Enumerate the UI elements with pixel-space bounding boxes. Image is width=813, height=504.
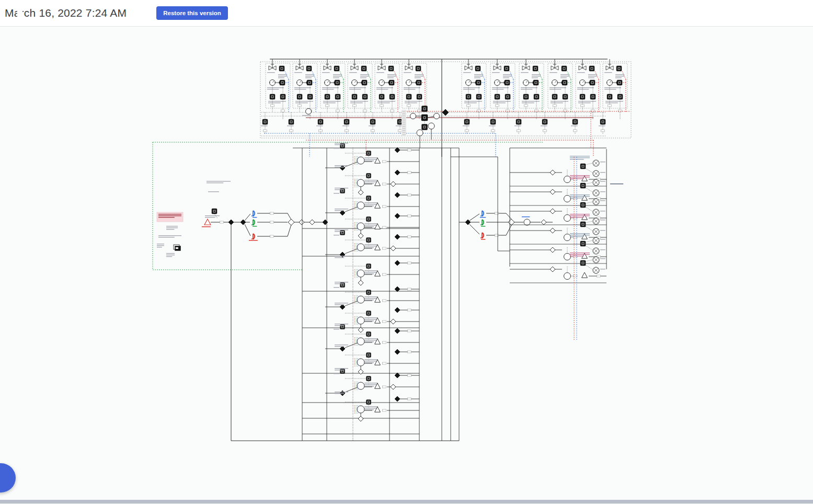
horizontal-scrollbar[interactable] [0, 500, 813, 504]
horizontal-scrollbar-thumb[interactable] [0, 500, 813, 503]
diagram-preview-canvas [0, 27, 813, 500]
help-icon [17, 7, 22, 22]
version-date-label: March 16, 2022 7:24 AM [5, 7, 127, 19]
version-header: March 16, 2022 7:24 AM Restore this vers… [0, 0, 813, 27]
process-flow-diagram [0, 27, 813, 500]
restore-version-button[interactable]: Restore this version [156, 6, 228, 20]
